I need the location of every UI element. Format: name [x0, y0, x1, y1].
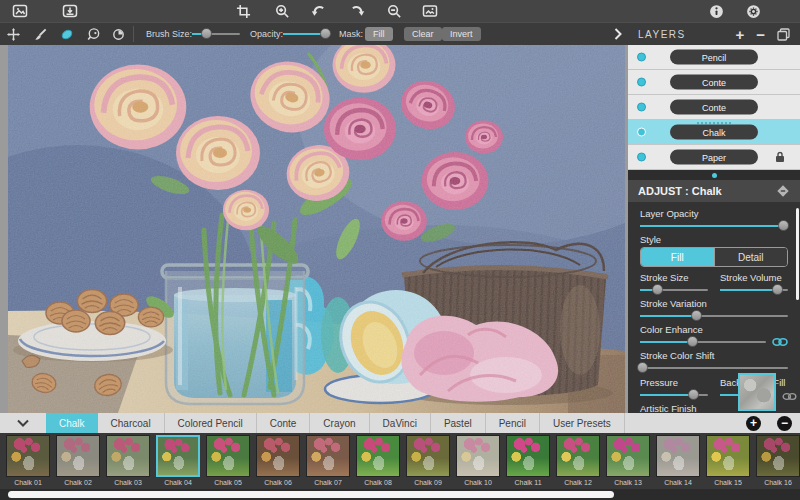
add-preset-button[interactable]: +: [746, 416, 761, 431]
preset-thumb-chalk-11[interactable]: Chalk 11: [503, 435, 553, 489]
pressure-slider[interactable]: [640, 389, 708, 401]
stroke-size-slider[interactable]: [640, 284, 708, 296]
style-option-fill[interactable]: Fill: [641, 248, 714, 266]
layer-visibility-dot[interactable]: [637, 153, 646, 162]
preset-thumb-image[interactable]: [556, 435, 600, 477]
color-enhance-slider[interactable]: [640, 336, 766, 348]
layers-pager[interactable]: [628, 170, 800, 180]
preset-thumb-label: Chalk 05: [214, 479, 242, 486]
undo-icon[interactable]: [308, 1, 328, 21]
preset-thumb-image[interactable]: [56, 435, 100, 477]
preset-thumb-image[interactable]: [356, 435, 400, 477]
remove-preset-button[interactable]: −: [777, 416, 792, 431]
preset-thumb-chalk-03[interactable]: Chalk 03: [103, 435, 153, 489]
preset-thumb-chalk-05[interactable]: Chalk 05: [203, 435, 253, 489]
preset-thumb-chalk-07[interactable]: Chalk 07: [303, 435, 353, 489]
chalk-brush-tool-icon[interactable]: [58, 25, 76, 43]
link-icon[interactable]: [772, 337, 788, 347]
preset-thumb-chalk-14[interactable]: Chalk 14: [653, 435, 703, 489]
zoom-in-icon[interactable]: [272, 1, 292, 21]
crop-icon[interactable]: [233, 1, 253, 21]
layer-row-chalk[interactable]: Chalk: [628, 120, 800, 145]
paintbrush-tool-icon[interactable]: [31, 25, 49, 43]
redo-icon[interactable]: [347, 1, 367, 21]
preset-thumb-chalk-09[interactable]: Chalk 09: [403, 435, 453, 489]
preset-thumb-image[interactable]: [456, 435, 500, 477]
thumbnail-scrollbar[interactable]: [8, 491, 614, 498]
layer-name-pill[interactable]: Pencil: [670, 50, 758, 65]
preset-thumb-image[interactable]: [406, 435, 450, 477]
preset-thumb-image[interactable]: [6, 435, 50, 477]
stroke-variation-slider[interactable]: [640, 310, 788, 322]
collapse-presets-chevron-icon[interactable]: [0, 413, 46, 433]
preset-tab-charcoal[interactable]: Charcoal: [98, 413, 165, 433]
layer-row-paper[interactable]: Paper: [628, 145, 800, 170]
preset-thumb-image[interactable]: [106, 435, 150, 477]
preset-tab-crayon[interactable]: Crayon: [310, 413, 369, 433]
layer-visibility-dot[interactable]: [637, 103, 646, 112]
preset-thumb-image[interactable]: [306, 435, 350, 477]
preset-thumb-chalk-04[interactable]: Chalk 04: [153, 435, 203, 489]
layer-row-conte-2[interactable]: Conte: [628, 95, 800, 120]
preset-thumb-image[interactable]: [256, 435, 300, 477]
preset-thumb-chalk-16[interactable]: Chalk 16: [753, 435, 800, 489]
thumbnail-scrollbar-track[interactable]: [0, 489, 800, 500]
mask-clear-button[interactable]: Clear: [404, 27, 442, 41]
preset-tab-chalk[interactable]: Chalk: [46, 413, 98, 433]
add-layer-button[interactable]: +: [735, 27, 744, 42]
preset-tab-davinci[interactable]: DaVinci: [370, 413, 431, 433]
import-photo-icon[interactable]: [60, 1, 80, 21]
brush-size-slider[interactable]: [192, 28, 240, 40]
mask-fill-button[interactable]: Fill: [365, 27, 393, 41]
preset-thumb-chalk-08[interactable]: Chalk 08: [353, 435, 403, 489]
preset-tab-conte[interactable]: Conte: [257, 413, 311, 433]
layer-name-pill[interactable]: Conte: [670, 100, 758, 115]
canvas-image[interactable]: [8, 45, 625, 413]
info-icon[interactable]: [706, 1, 726, 21]
preset-thumb-image[interactable]: [756, 435, 800, 477]
layer-name-pill[interactable]: Chalk: [670, 125, 758, 140]
preset-thumb-chalk-06[interactable]: Chalk 06: [253, 435, 303, 489]
preset-tab-pastel[interactable]: Pastel: [431, 413, 486, 433]
layer-visibility-dot[interactable]: [637, 78, 646, 87]
layer-row-conte-1[interactable]: Conte: [628, 70, 800, 95]
open-image-icon[interactable]: [10, 1, 30, 21]
mask-invert-button[interactable]: Invert: [442, 27, 481, 41]
layer-visibility-dot[interactable]: [637, 53, 646, 62]
adjust-scrollbar[interactable]: [796, 208, 799, 300]
eraser-tool-icon[interactable]: [84, 25, 102, 43]
preset-tab-user-presets[interactable]: User Presets: [540, 413, 625, 433]
preset-thumb-chalk-10[interactable]: Chalk 10: [453, 435, 503, 489]
link-icon-gray[interactable]: [782, 392, 797, 401]
style-option-detail[interactable]: Detail: [714, 248, 788, 266]
smudge-tool-icon[interactable]: [109, 25, 127, 43]
remove-layer-button[interactable]: −: [756, 27, 765, 42]
preset-thumb-chalk-02[interactable]: Chalk 02: [53, 435, 103, 489]
layer-name-pill[interactable]: Conte: [670, 75, 758, 90]
opacity-slider[interactable]: [283, 28, 331, 40]
move-tool-icon[interactable]: [4, 25, 22, 43]
preset-thumb-image[interactable]: [706, 435, 750, 477]
layer-row-pencil[interactable]: Pencil: [628, 45, 800, 70]
panel-collapse-arrow-icon[interactable]: [614, 28, 622, 40]
preset-thumb-image[interactable]: [206, 435, 250, 477]
preset-thumb-image[interactable]: [506, 435, 550, 477]
stroke-volume-slider[interactable]: [720, 284, 788, 296]
preset-thumb-image[interactable]: [656, 435, 700, 477]
preset-thumb-image[interactable]: [606, 435, 650, 477]
preset-tab-pencil[interactable]: Pencil: [486, 413, 540, 433]
preset-thumb-chalk-13[interactable]: Chalk 13: [603, 435, 653, 489]
preview-icon[interactable]: [420, 1, 440, 21]
preset-tab-colored-pencil[interactable]: Colored Pencil: [165, 413, 257, 433]
zoom-out-icon[interactable]: [384, 1, 404, 21]
artistic-finish-texture-swatch[interactable]: [738, 373, 776, 411]
preset-thumb-chalk-15[interactable]: Chalk 15: [703, 435, 753, 489]
preset-thumb-chalk-12[interactable]: Chalk 12: [553, 435, 603, 489]
layer-visibility-dot[interactable]: [637, 128, 646, 137]
preset-thumb-image[interactable]: [156, 435, 200, 477]
layer-opacity-slider[interactable]: [640, 220, 788, 232]
duplicate-layer-icon[interactable]: [777, 28, 790, 41]
preset-thumb-chalk-01[interactable]: Chalk 01: [3, 435, 53, 489]
settings-icon[interactable]: [743, 1, 763, 21]
layer-name-pill[interactable]: Paper: [670, 150, 758, 165]
